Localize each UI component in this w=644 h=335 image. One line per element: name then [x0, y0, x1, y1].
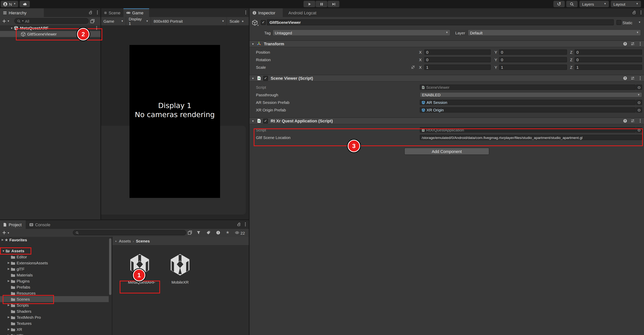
- axis-field-y[interactable]: 1: [499, 65, 567, 70]
- tab-hierarchy[interactable]: Hierarchy: [0, 8, 44, 17]
- expander-icon[interactable]: ▶: [1, 238, 4, 241]
- rt-xr-quest-header[interactable]: ▼ ✓ Rt Xr Quest Application (Script): [250, 117, 644, 124]
- tab-game[interactable]: Game: [124, 8, 149, 17]
- axis-field-z[interactable]: 0: [574, 57, 642, 62]
- prefab-object-field[interactable]: AR Session: [420, 100, 636, 105]
- kebab-menu-icon[interactable]: [95, 10, 100, 15]
- scene-viewer-header[interactable]: ▼ ✓ Scene Viewer (Script): [250, 75, 644, 82]
- slider-handle-icon[interactable]: ●: [242, 19, 244, 23]
- project-folder-gltf[interactable]: ▶glTF: [0, 266, 109, 272]
- tab-android-logcat[interactable]: Android Logcat: [286, 8, 324, 17]
- prefab-object-field[interactable]: XR Origin: [420, 107, 636, 113]
- chevron-down-icon[interactable]: ▼: [7, 20, 10, 23]
- project-folder-shaders[interactable]: Shaders: [0, 308, 109, 314]
- lock-icon[interactable]: [632, 10, 636, 15]
- presets-icon[interactable]: [630, 42, 635, 46]
- object-picker-icon[interactable]: ⊙: [636, 85, 642, 90]
- lock-icon[interactable]: [237, 222, 241, 227]
- help-icon[interactable]: [623, 76, 628, 81]
- presets-icon[interactable]: [630, 76, 635, 81]
- axis-field-z[interactable]: 0: [574, 50, 642, 55]
- help-icon[interactable]: [623, 42, 628, 46]
- cloud-button[interactable]: [20, 1, 30, 7]
- axis-field-x[interactable]: 1: [424, 65, 491, 70]
- expander-icon[interactable]: ▶: [7, 279, 10, 282]
- tab-scene[interactable]: Scene: [101, 8, 123, 17]
- axis-field-y[interactable]: 0: [499, 50, 567, 55]
- expander-icon[interactable]: ▼: [10, 27, 14, 29]
- favorites-item[interactable]: ▶ ★ Favorites: [0, 237, 109, 243]
- tag-dropdown[interactable]: Untagged ▼: [272, 30, 450, 36]
- undo-history-button[interactable]: ↺: [554, 1, 565, 7]
- kebab-menu-icon[interactable]: [639, 10, 643, 15]
- expander-icon[interactable]: ▶: [7, 261, 10, 264]
- project-search-input[interactable]: [73, 230, 186, 235]
- enum-dropdown[interactable]: ENABLED▼: [420, 92, 642, 97]
- foldout-icon[interactable]: ▼: [251, 120, 255, 122]
- project-folder-plugins[interactable]: ▶Plugins: [0, 278, 109, 284]
- tree-scrollbar[interactable]: [109, 238, 111, 295]
- component-enabled-checkbox[interactable]: ✓: [263, 118, 268, 123]
- hierarchy-search-input[interactable]: ▼ All: [14, 18, 89, 24]
- transform-header[interactable]: ▼ Transform: [250, 41, 644, 47]
- open-new-window-icon[interactable]: [188, 230, 192, 235]
- presets-icon[interactable]: [630, 119, 635, 123]
- search-importlog-icon[interactable]: [216, 230, 220, 235]
- foldout-icon[interactable]: ▼: [251, 77, 255, 80]
- expander-icon[interactable]: ▶: [7, 328, 10, 331]
- tab-inspector[interactable]: Inspector: [250, 8, 283, 17]
- object-picker-icon[interactable]: ⊙: [636, 100, 642, 105]
- kebab-menu-icon[interactable]: [638, 119, 642, 123]
- project-folder-materials[interactable]: Materials: [0, 272, 109, 278]
- axis-field-x[interactable]: 0: [424, 50, 491, 55]
- favorites-star-icon[interactable]: ★: [226, 230, 230, 235]
- add-component-button[interactable]: Add Component: [404, 148, 489, 155]
- visibility-eye-icon[interactable]: [235, 230, 239, 235]
- chevron-down-icon[interactable]: ▼: [638, 21, 641, 24]
- open-new-window-icon[interactable]: [90, 19, 95, 24]
- project-folder-xr[interactable]: ▶XR: [0, 326, 109, 332]
- account-button[interactable]: N ▼: [1, 1, 18, 7]
- foldout-icon[interactable]: ▼: [251, 43, 255, 45]
- expander-icon[interactable]: ▶: [7, 334, 10, 335]
- static-checkbox[interactable]: [616, 20, 621, 25]
- help-icon[interactable]: [623, 119, 628, 123]
- expander-icon[interactable]: ▶: [7, 267, 10, 270]
- expander-icon[interactable]: ▶: [7, 316, 10, 319]
- project-folder-editor[interactable]: Editor: [0, 254, 109, 260]
- resolution-dropdown[interactable]: 800x480 Portrait ▼: [151, 17, 227, 25]
- breadcrumb-scenes[interactable]: Scenes: [136, 239, 150, 243]
- lock-icon[interactable]: [88, 10, 93, 15]
- collapse-icon[interactable]: ▲: [115, 240, 117, 242]
- kebab-menu-icon[interactable]: [244, 10, 248, 15]
- create-plus-icon[interactable]: [2, 230, 6, 235]
- breadcrumb-assets[interactable]: Assets: [119, 239, 131, 243]
- kebab-menu-icon[interactable]: [638, 76, 642, 81]
- scale-slider[interactable]: Scale ●: [227, 17, 249, 25]
- kebab-menu-icon[interactable]: [638, 42, 642, 46]
- chevron-down-icon[interactable]: ▼: [7, 232, 10, 234]
- layout-dropdown[interactable]: Layout ▼: [611, 1, 641, 7]
- asset-item-mobilexr[interactable]: MobileXR: [168, 253, 192, 284]
- layers-dropdown[interactable]: Layers ▼: [580, 1, 609, 7]
- axis-field-z[interactable]: 1: [574, 65, 642, 70]
- layer-dropdown[interactable]: Default ▼: [468, 30, 641, 36]
- display-dropdown[interactable]: Display 1 ▼: [126, 17, 151, 25]
- project-folder-textures[interactable]: Textures: [0, 320, 109, 326]
- pause-button[interactable]: [316, 1, 327, 7]
- step-button[interactable]: [328, 1, 339, 7]
- expander-icon[interactable]: ▶: [7, 304, 10, 307]
- tab-project[interactable]: Project: [0, 220, 26, 229]
- gameobject-name-field[interactable]: GltfSceneViewer: [267, 19, 614, 25]
- component-enabled-checkbox[interactable]: ✓: [263, 76, 268, 81]
- link-broken-icon[interactable]: [411, 65, 415, 70]
- project-folder-xri[interactable]: ▶XRI: [0, 332, 109, 335]
- play-button[interactable]: [304, 1, 315, 7]
- project-folder-extensionsassets[interactable]: ▶ExtensionsAssets: [0, 260, 109, 266]
- create-plus-icon[interactable]: [2, 19, 6, 24]
- game-mode-dropdown[interactable]: Game ▼: [101, 17, 126, 25]
- axis-field-x[interactable]: 0: [424, 57, 491, 62]
- search-button[interactable]: [566, 1, 578, 7]
- kebab-menu-icon[interactable]: [243, 222, 248, 227]
- project-folder-prefabs[interactable]: Prefabs: [0, 284, 109, 290]
